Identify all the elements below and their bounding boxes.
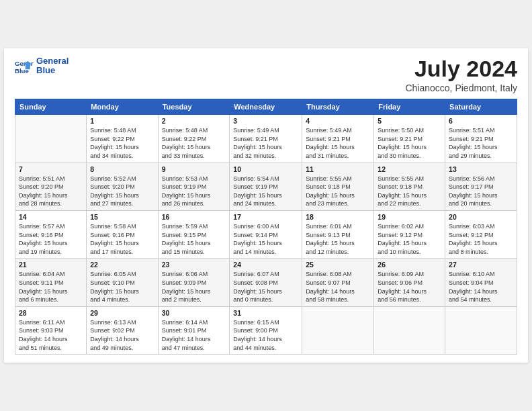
day-number: 14 — [19, 213, 83, 221]
week-row-5: 28Sunrise: 6:11 AMSunset: 9:03 PMDayligh… — [15, 306, 517, 354]
calendar-cell: 25Sunrise: 6:08 AMSunset: 9:07 PMDayligh… — [302, 259, 374, 306]
day-number: 6 — [449, 117, 513, 125]
weekday-thursday: Thursday — [302, 99, 374, 115]
day-info: Sunrise: 5:59 AMSunset: 9:15 PMDaylight:… — [162, 222, 226, 256]
day-number: 27 — [449, 261, 513, 269]
day-number: 23 — [162, 261, 226, 269]
day-info: Sunrise: 6:11 AMSunset: 9:03 PMDaylight:… — [19, 318, 83, 352]
day-info: Sunrise: 5:55 AMSunset: 9:18 PMDaylight:… — [378, 175, 441, 208]
calendar-cell: 26Sunrise: 6:09 AMSunset: 9:06 PMDayligh… — [374, 259, 445, 306]
calendar-cell: 9Sunrise: 5:53 AMSunset: 9:19 PMDaylight… — [158, 163, 230, 210]
day-info: Sunrise: 6:02 AMSunset: 9:12 PMDaylight:… — [378, 222, 441, 256]
day-number: 15 — [90, 213, 154, 221]
calendar-cell: 15Sunrise: 5:58 AMSunset: 9:16 PMDayligh… — [87, 211, 158, 259]
calendar-cell: 7Sunrise: 5:51 AMSunset: 9:20 PMDaylight… — [15, 163, 87, 210]
day-number: 7 — [19, 165, 83, 173]
day-number: 20 — [449, 213, 513, 221]
day-info: Sunrise: 6:14 AMSunset: 9:01 PMDaylight:… — [162, 318, 226, 352]
weekday-monday: Monday — [87, 99, 158, 115]
day-info: Sunrise: 5:52 AMSunset: 9:20 PMDaylight:… — [90, 175, 154, 208]
main-title: July 2024 — [405, 56, 517, 81]
day-number: 13 — [449, 165, 513, 173]
calendar-cell: 14Sunrise: 5:57 AMSunset: 9:16 PMDayligh… — [15, 211, 87, 259]
day-number: 19 — [378, 213, 441, 221]
day-info: Sunrise: 6:03 AMSunset: 9:12 PMDaylight:… — [449, 222, 513, 256]
day-info: Sunrise: 6:00 AMSunset: 9:14 PMDaylight:… — [233, 222, 298, 256]
calendar-cell: 13Sunrise: 5:56 AMSunset: 9:17 PMDayligh… — [445, 163, 517, 210]
day-number: 22 — [90, 261, 154, 269]
calendar-cell — [374, 306, 445, 354]
calendar-cell: 1Sunrise: 5:48 AMSunset: 9:22 PMDaylight… — [87, 115, 158, 163]
weekday-header-row: SundayMondayTuesdayWednesdayThursdayFrid… — [15, 99, 517, 115]
day-info: Sunrise: 6:09 AMSunset: 9:06 PMDaylight:… — [378, 270, 441, 304]
day-number: 10 — [233, 165, 298, 173]
day-number: 21 — [19, 261, 83, 269]
week-row-3: 14Sunrise: 5:57 AMSunset: 9:16 PMDayligh… — [15, 211, 517, 259]
calendar-cell: 27Sunrise: 6:10 AMSunset: 9:04 PMDayligh… — [445, 259, 517, 306]
day-info: Sunrise: 6:13 AMSunset: 9:02 PMDaylight:… — [90, 318, 154, 352]
day-info: Sunrise: 6:07 AMSunset: 9:08 PMDaylight:… — [233, 270, 298, 304]
calendar-cell: 24Sunrise: 6:07 AMSunset: 9:08 PMDayligh… — [230, 259, 302, 306]
day-number: 28 — [19, 309, 83, 317]
calendar-container: General Blue General Blue July 2024 Chia… — [4, 48, 528, 363]
day-info: Sunrise: 5:51 AMSunset: 9:20 PMDaylight:… — [19, 175, 83, 208]
calendar-cell: 2Sunrise: 5:48 AMSunset: 9:22 PMDaylight… — [158, 115, 230, 163]
day-number: 11 — [306, 165, 370, 173]
day-number: 17 — [233, 213, 298, 221]
calendar-cell: 16Sunrise: 5:59 AMSunset: 9:15 PMDayligh… — [158, 211, 230, 259]
day-number: 8 — [90, 165, 154, 173]
logo-line2: Blue — [36, 66, 69, 75]
calendar-cell: 8Sunrise: 5:52 AMSunset: 9:20 PMDaylight… — [87, 163, 158, 210]
calendar-cell: 19Sunrise: 6:02 AMSunset: 9:12 PMDayligh… — [374, 211, 445, 259]
weekday-sunday: Sunday — [15, 99, 87, 115]
logo-icon: General Blue — [15, 56, 34, 75]
logo: General Blue General Blue — [15, 56, 69, 76]
calendar-cell: 12Sunrise: 5:55 AMSunset: 9:18 PMDayligh… — [374, 163, 445, 210]
day-info: Sunrise: 5:49 AMSunset: 9:21 PMDaylight:… — [306, 126, 370, 160]
day-number: 31 — [233, 309, 298, 317]
day-info: Sunrise: 5:48 AMSunset: 9:22 PMDaylight:… — [162, 126, 226, 160]
calendar-cell: 21Sunrise: 6:04 AMSunset: 9:11 PMDayligh… — [15, 259, 87, 306]
calendar-cell: 5Sunrise: 5:50 AMSunset: 9:21 PMDaylight… — [374, 115, 445, 163]
weekday-saturday: Saturday — [445, 99, 517, 115]
day-number: 12 — [378, 165, 441, 173]
day-info: Sunrise: 5:50 AMSunset: 9:21 PMDaylight:… — [378, 126, 441, 160]
subtitle: Chianocco, Piedmont, Italy — [405, 83, 517, 93]
day-number: 5 — [378, 117, 441, 125]
day-info: Sunrise: 5:48 AMSunset: 9:22 PMDaylight:… — [90, 126, 154, 160]
day-number: 25 — [306, 261, 370, 269]
day-number: 29 — [90, 309, 154, 317]
logo-text: General Blue — [36, 56, 69, 76]
day-number: 16 — [162, 213, 226, 221]
day-info: Sunrise: 5:53 AMSunset: 9:19 PMDaylight:… — [162, 175, 226, 208]
calendar-cell — [445, 306, 517, 354]
calendar-cell: 4Sunrise: 5:49 AMSunset: 9:21 PMDaylight… — [302, 115, 374, 163]
day-info: Sunrise: 6:01 AMSunset: 9:13 PMDaylight:… — [306, 222, 370, 256]
day-info: Sunrise: 5:57 AMSunset: 9:16 PMDaylight:… — [19, 222, 83, 256]
calendar-cell: 11Sunrise: 5:55 AMSunset: 9:18 PMDayligh… — [302, 163, 374, 210]
weekday-wednesday: Wednesday — [230, 99, 302, 115]
title-block: July 2024 Chianocco, Piedmont, Italy — [405, 56, 517, 93]
logo-line1: General — [36, 56, 69, 66]
day-number: 26 — [378, 261, 441, 269]
day-number: 30 — [162, 309, 226, 317]
calendar-cell: 18Sunrise: 6:01 AMSunset: 9:13 PMDayligh… — [302, 211, 374, 259]
day-info: Sunrise: 6:04 AMSunset: 9:11 PMDaylight:… — [19, 270, 83, 304]
day-info: Sunrise: 5:54 AMSunset: 9:19 PMDaylight:… — [233, 175, 298, 208]
day-info: Sunrise: 6:05 AMSunset: 9:10 PMDaylight:… — [90, 270, 154, 304]
day-number: 9 — [162, 165, 226, 173]
week-row-1: 1Sunrise: 5:48 AMSunset: 9:22 PMDaylight… — [15, 115, 517, 163]
calendar-cell: 22Sunrise: 6:05 AMSunset: 9:10 PMDayligh… — [87, 259, 158, 306]
day-info: Sunrise: 6:15 AMSunset: 9:00 PMDaylight:… — [233, 318, 298, 352]
day-info: Sunrise: 5:58 AMSunset: 9:16 PMDaylight:… — [90, 222, 154, 256]
calendar-cell: 30Sunrise: 6:14 AMSunset: 9:01 PMDayligh… — [158, 306, 230, 354]
calendar-cell: 3Sunrise: 5:49 AMSunset: 9:21 PMDaylight… — [230, 115, 302, 163]
day-info: Sunrise: 5:51 AMSunset: 9:21 PMDaylight:… — [449, 126, 513, 160]
week-row-2: 7Sunrise: 5:51 AMSunset: 9:20 PMDaylight… — [15, 163, 517, 210]
weekday-friday: Friday — [374, 99, 445, 115]
calendar-cell: 6Sunrise: 5:51 AMSunset: 9:21 PMDaylight… — [445, 115, 517, 163]
calendar-cell: 28Sunrise: 6:11 AMSunset: 9:03 PMDayligh… — [15, 306, 87, 354]
weekday-tuesday: Tuesday — [158, 99, 230, 115]
calendar-cell — [302, 306, 374, 354]
day-number: 2 — [162, 117, 226, 125]
